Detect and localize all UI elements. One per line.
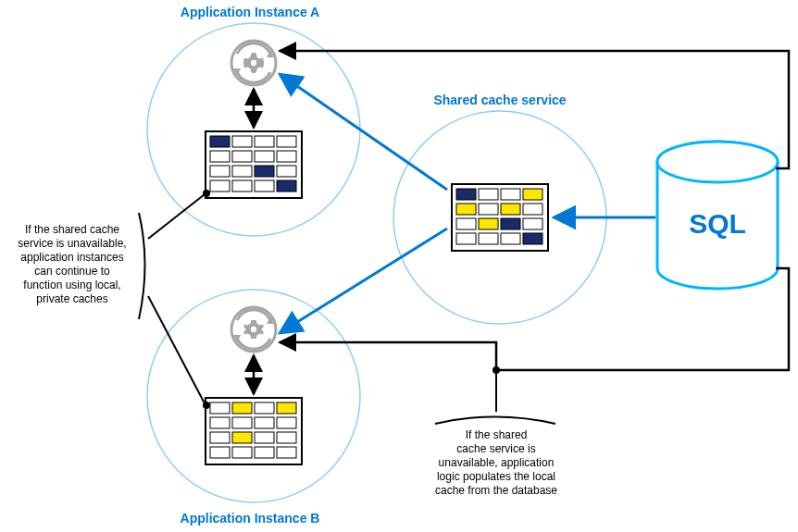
svg-rect-28 [255, 166, 274, 177]
svg-rect-62 [501, 218, 520, 229]
svg-rect-21 [277, 136, 296, 147]
svg-rect-40 [232, 417, 252, 428]
svg-line-69 [148, 194, 205, 239]
svg-rect-45 [255, 432, 274, 443]
svg-text:unavailable, application: unavailable, application [439, 456, 555, 469]
svg-rect-36 [232, 402, 252, 414]
svg-point-70 [203, 190, 210, 197]
svg-rect-59 [523, 204, 542, 215]
svg-rect-52 [456, 189, 476, 200]
note-bottom: If the shared cache service is unavailab… [435, 428, 557, 497]
svg-rect-37 [255, 402, 274, 414]
svg-rect-41 [255, 417, 274, 428]
svg-rect-29 [277, 166, 296, 177]
svg-rect-48 [232, 447, 252, 458]
svg-text:can continue to: can continue to [34, 265, 110, 278]
svg-rect-22 [210, 151, 230, 162]
svg-rect-60 [456, 218, 476, 229]
arrow-shared-to-a [280, 74, 447, 190]
svg-rect-64 [456, 233, 476, 244]
svg-text:If the shared cache: If the shared cache [25, 223, 119, 236]
svg-rect-57 [479, 204, 498, 215]
svg-rect-39 [210, 417, 230, 428]
svg-rect-25 [277, 151, 296, 162]
svg-rect-43 [210, 432, 230, 443]
svg-text:cache service is: cache service is [456, 442, 535, 455]
svg-rect-65 [479, 233, 498, 244]
svg-text:service is unavailable,: service is unavailable, [18, 237, 126, 250]
app-a-label: Application Instance A [181, 5, 319, 19]
table-a [206, 131, 302, 198]
svg-rect-58 [501, 204, 520, 215]
left-bracket [139, 213, 145, 319]
svg-rect-47 [210, 447, 230, 458]
table-b [206, 398, 302, 464]
svg-rect-27 [232, 166, 252, 177]
gear-icon-a [231, 41, 276, 85]
shared-cache-label: Shared cache service [433, 93, 566, 107]
svg-rect-61 [479, 218, 498, 229]
svg-rect-55 [523, 189, 542, 200]
note-left: If the shared cache service is unavailab… [18, 223, 126, 305]
svg-rect-24 [255, 151, 274, 162]
sql-label: SQL [689, 208, 746, 239]
svg-rect-38 [277, 402, 296, 414]
svg-rect-19 [232, 136, 252, 147]
svg-rect-66 [501, 233, 520, 244]
svg-text:logic populates the local: logic populates the local [437, 470, 555, 483]
svg-point-1 [657, 142, 778, 182]
svg-rect-67 [523, 233, 542, 244]
svg-rect-46 [277, 432, 296, 443]
svg-rect-53 [479, 189, 498, 200]
svg-rect-26 [210, 166, 230, 177]
svg-text:function using local,: function using local, [23, 278, 120, 291]
table-shared [452, 184, 548, 251]
svg-rect-33 [277, 180, 296, 192]
app-b-label: Application Instance B [181, 511, 320, 526]
svg-rect-31 [232, 180, 252, 192]
svg-rect-49 [255, 447, 274, 458]
svg-text:private caches: private caches [36, 292, 107, 305]
svg-rect-42 [277, 417, 296, 428]
bottom-bracket [435, 417, 555, 425]
svg-rect-63 [523, 218, 542, 229]
svg-text:If the shared: If the shared [466, 428, 528, 441]
svg-text:application instances: application instances [20, 251, 123, 264]
svg-point-12 [251, 60, 256, 66]
svg-text:cache from the database: cache from the database [435, 484, 557, 497]
svg-rect-18 [210, 136, 230, 147]
svg-rect-44 [232, 432, 252, 443]
svg-rect-23 [232, 151, 252, 162]
svg-rect-35 [210, 402, 230, 414]
arrow-shared-to-b [280, 229, 447, 333]
svg-rect-54 [501, 189, 520, 200]
svg-rect-20 [255, 136, 274, 147]
svg-point-72 [203, 402, 210, 409]
svg-point-16 [251, 327, 256, 332]
svg-rect-32 [255, 180, 274, 192]
svg-rect-30 [210, 180, 230, 192]
gear-icon-b [231, 307, 276, 352]
svg-rect-50 [277, 447, 296, 458]
architecture-diagram: SQL [0, 0, 798, 532]
svg-line-71 [148, 296, 205, 403]
svg-rect-56 [456, 204, 476, 215]
